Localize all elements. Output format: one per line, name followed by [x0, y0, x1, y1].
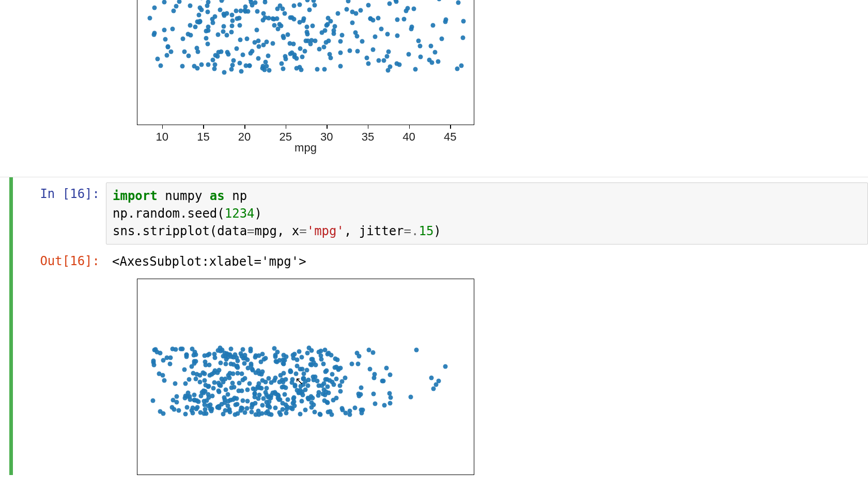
strip-plot-output: ↖	[137, 279, 474, 475]
tick-label: 45	[444, 130, 456, 144]
tick-label: 30	[320, 130, 333, 144]
tick-label: 35	[362, 130, 374, 144]
jupyter-notebook[interactable]: 1015202530354045 mpg In [16]: import num…	[0, 0, 868, 489]
code-editor[interactable]: import numpy as np np.random.seed(1234) …	[106, 182, 868, 244]
strip-plot-prev: 1015202530354045 mpg	[137, 0, 474, 125]
output-prompt: Out[16]:	[13, 250, 106, 269]
scatter-points-prev	[137, 0, 474, 125]
tick-label: 20	[238, 130, 251, 144]
code-cell-16[interactable]: In [16]: import numpy as np np.random.se…	[0, 177, 868, 475]
tick-label: 40	[402, 130, 415, 144]
output-row: Out[16]: <AxesSubplot:xlabel='mpg'>	[13, 250, 868, 273]
input-row: In [16]: import numpy as np np.random.se…	[13, 182, 868, 244]
text-output: <AxesSubplot:xlabel='mpg'>	[106, 250, 868, 273]
previous-cell-output: 1015202530354045 mpg	[119, 0, 868, 125]
tick-label: 15	[197, 130, 209, 144]
input-prompt: In [16]:	[13, 182, 106, 202]
plot-output-wrap: ↖	[119, 279, 868, 475]
tick-label: 10	[156, 130, 168, 144]
tick-label: 25	[279, 130, 291, 144]
scatter-points-output	[137, 279, 474, 475]
x-axis-label-prev: mpg	[295, 141, 317, 155]
cell-active-indicator	[9, 177, 13, 475]
